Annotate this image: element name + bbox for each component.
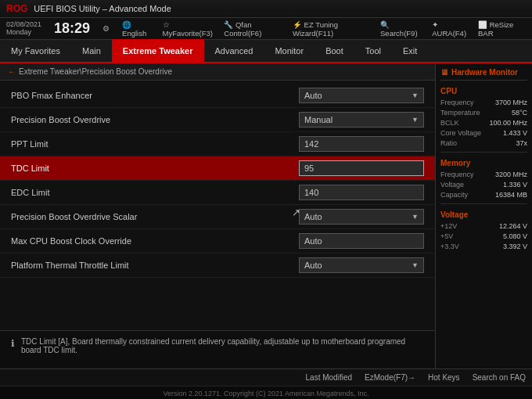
hw-volt-5v: +5V 5.080 V [440,232,527,240]
ppt-input[interactable]: 142 [299,136,424,152]
status-search-faq[interactable]: Search on FAQ [473,373,526,382]
status-bar: Last Modified EzMode(F7)→ Hot Keys Searc… [0,368,532,386]
info-text: TDC Limit [A], Board thermally constrain… [21,337,424,354]
ppt-label: PPT Limit [11,139,299,149]
back-arrow[interactable]: ← [8,67,16,76]
hw-monitor-panel: 🖥 Hardware Monitor CPU Frequency 3700 MH… [435,63,532,368]
setting-tdc: TDC Limit 95 [0,156,435,181]
footer: Version 2.20.1271. Copyright (C) 2021 Am… [0,386,532,399]
info-icon: ℹ [11,338,15,349]
pbo-fmax-dropdown[interactable]: Auto ▼ [299,88,424,103]
breadcrumb-path: Extreme Tweaker\Precision Boost Overdriv… [19,67,172,76]
top-nav-resizebar[interactable]: ⬜ ReSize BAR [478,20,526,38]
nav-boot[interactable]: Boot [315,39,354,63]
settings-list: PBO Fmax Enhancer Auto ▼ Precision Boost… [0,81,435,281]
main-nav: My Favorites Main Extreme Tweaker Advanc… [0,40,532,63]
setting-pbo-scalar: Precision Boost Overdrive Scalar Auto ▼ … [0,205,435,229]
top-nav-search[interactable]: 🔍 Search(F9) [380,20,424,38]
settings-icon[interactable]: ⚙ [102,24,110,33]
nav-extreme-tweaker[interactable]: Extreme Tweaker [112,39,204,63]
rog-logo: ROG [6,3,27,14]
setting-platform-thermal: Platform Thermal Throttle Limit Auto ▼ [0,253,435,278]
setting-max-cpu-boost: Max CPU Boost Clock Override Auto [0,229,435,253]
title-bar: ROG UEFI BIOS Utility – Advanced Mode [0,0,532,18]
top-bar: 02/08/2021Monday 18:29 ⚙ 🌐 English ☆ MyF… [0,18,532,40]
nav-main[interactable]: Main [71,39,112,63]
footer-text: Version 2.20.1271. Copyright (C) 2021 Am… [163,390,368,397]
nav-exit[interactable]: Exit [392,39,428,63]
main-panel: ← Extreme Tweaker\Precision Boost Overdr… [0,63,435,368]
pbo-label: Precision Boost Overdrive [11,115,299,124]
top-nav-aura[interactable]: ✦ AURA(F4) [432,20,470,38]
status-last-modified[interactable]: Last Modified [306,373,352,382]
hw-cpu-title: CPU [440,87,527,95]
top-nav-myfavorite[interactable]: ☆ MyFavorite(F3) [163,20,217,38]
top-nav-eztuning[interactable]: ⚡ EZ Tuning Wizard(F11) [293,20,372,38]
hw-monitor-title: 🖥 Hardware Monitor [440,68,527,81]
setting-edc: EDC Limit 140 [0,181,435,205]
hw-mem-capacity: Capacity 16384 MB [440,191,527,199]
pbo-dropdown[interactable]: Manual ▼ [299,112,424,128]
edc-label: EDC Limit [11,188,299,197]
setting-pbo-fmax: PBO Fmax Enhancer Auto ▼ [0,84,435,108]
hw-cpu-core-voltage: Core Voltage 1.433 V [440,129,527,137]
hw-cpu-temp: Temperature 58°C [440,109,527,117]
pbo-scalar-label: Precision Boost Overdrive Scalar [11,212,299,221]
hw-divider-2 [440,203,527,204]
nav-tool[interactable]: Tool [354,39,392,63]
hw-memory-title: Memory [440,159,527,167]
nav-my-favorites[interactable]: My Favorites [0,39,71,63]
tdc-label: TDC Limit [11,164,299,173]
status-ez-mode[interactable]: EzMode(F7)→ [365,373,415,382]
status-hot-keys[interactable]: Hot Keys [428,373,460,382]
pbo-fmax-label: PBO Fmax Enhancer [11,91,299,100]
top-nav-english[interactable]: 🌐 English [122,20,154,38]
time-display: 18:29 [54,20,90,37]
max-cpu-boost-input[interactable]: Auto [299,233,424,249]
monitor-icon: 🖥 [440,68,448,77]
max-cpu-boost-label: Max CPU Boost Clock Override [11,236,299,246]
info-bar: ℹ TDC Limit [A], Board thermally constra… [0,330,435,368]
hw-divider-1 [440,152,527,153]
platform-thermal-dropdown[interactable]: Auto ▼ [299,257,424,273]
datetime: 02/08/2021Monday [6,21,41,37]
hw-cpu-frequency: Frequency 3700 MHz [440,99,527,106]
hw-volt-12v: +12V 12.264 V [440,222,527,230]
setting-ppt: PPT Limit 142 [0,132,435,156]
hw-volt-3v3: +3.3V 3.392 V [440,243,527,250]
hw-cpu-ratio: Ratio 37x [440,139,527,147]
app-title: UEFI BIOS Utility – Advanced Mode [34,4,171,13]
top-nav: 🌐 English ☆ MyFavorite(F3) 🔧 Qfan Contro… [122,20,526,38]
hw-mem-frequency: Frequency 3200 MHz [440,171,527,178]
setting-pbo: Precision Boost Overdrive Manual ▼ [0,108,435,132]
nav-monitor[interactable]: Monitor [264,39,315,63]
pbo-scalar-dropdown[interactable]: Auto ▼ [299,209,424,225]
hw-cpu-bclk: BCLK 100.00 MHz [440,119,527,127]
top-nav-qfan[interactable]: 🔧 Qfan Control(F6) [224,20,285,38]
platform-thermal-label: Platform Thermal Throttle Limit [11,261,299,270]
nav-advanced[interactable]: Advanced [204,39,264,63]
hw-mem-voltage: Voltage 1.336 V [440,181,527,189]
hw-voltage-title: Voltage [440,210,527,219]
content-area: ← Extreme Tweaker\Precision Boost Overdr… [0,63,532,368]
edc-input[interactable]: 140 [299,185,424,200]
date-text: 02/08/2021Monday [6,21,41,37]
tdc-input[interactable]: 95 [299,160,424,176]
breadcrumb: ← Extreme Tweaker\Precision Boost Overdr… [0,63,435,81]
